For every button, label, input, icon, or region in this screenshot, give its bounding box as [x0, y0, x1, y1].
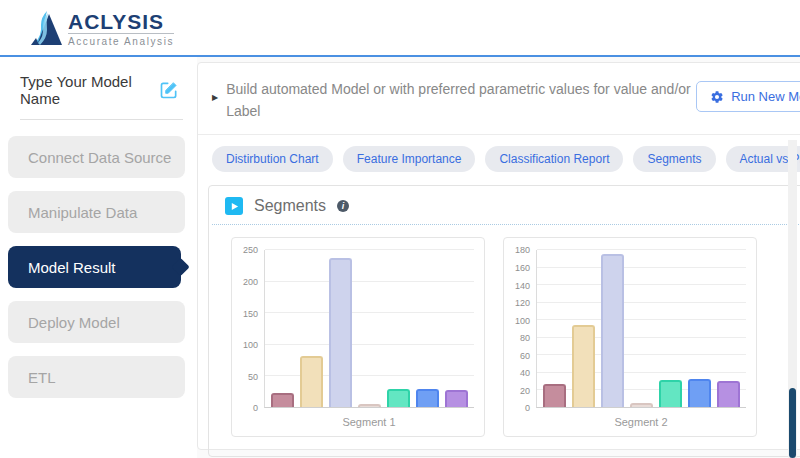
main-region: ▶ Build automated Model or with preferre… — [197, 57, 800, 458]
sidebar-item-etl[interactable]: ETL — [8, 356, 185, 398]
y-tick-label: 50 — [248, 372, 258, 382]
bar-value-33 — [688, 379, 711, 408]
sidebar-nav: Connect Data SourceManipulate DataModel … — [0, 136, 197, 398]
sidebar-item-connect-data-source[interactable]: Connect Data Source — [8, 136, 185, 178]
y-tick-label: 180 — [515, 245, 530, 255]
play-icon[interactable] — [225, 197, 243, 215]
sidebar-item-label: Connect Data Source — [28, 149, 171, 166]
plot-area — [536, 250, 746, 408]
bar-value-176 — [601, 254, 624, 408]
chart-body: 020406080100120140160180 — [508, 250, 746, 408]
bar-value-82 — [300, 356, 323, 407]
plot-area — [264, 250, 474, 408]
app-title: ACLYSIS — [68, 12, 174, 32]
sidebar-item-deploy-model[interactable]: Deploy Model — [8, 301, 185, 343]
app-subtitle: Accurate Analysis — [68, 33, 174, 47]
charts-row: 050100150200250Segment 10204060801001201… — [209, 225, 800, 437]
y-tick-label: 80 — [520, 333, 530, 343]
caret-right-icon[interactable]: ▶ — [212, 93, 218, 102]
sidebar-item-label: Deploy Model — [28, 314, 120, 331]
sidebar-item-model-result[interactable]: Model Result — [8, 246, 181, 288]
bar-value-29 — [416, 389, 439, 407]
bar-value-30 — [717, 381, 740, 407]
sidebar-item-label: ETL — [28, 369, 56, 386]
y-tick-label: 60 — [520, 351, 530, 361]
gear-icon — [710, 90, 724, 104]
y-tick-label: 160 — [515, 263, 530, 273]
app-header: ACLYSIS Accurate Analysis — [0, 0, 800, 55]
sidebar-item-label: Model Result — [28, 259, 116, 276]
bar-chart-segment-1: 050100150200250Segment 1 — [231, 237, 485, 437]
tab-distirbution-chart[interactable]: Distirbution Chart — [212, 146, 333, 172]
sidebar-item-manipulate-data[interactable]: Manipulate Data — [8, 191, 185, 233]
intro-text: Build automated Model or with preferred … — [226, 79, 696, 122]
y-tick-label: 20 — [520, 386, 530, 396]
bar-value-94 — [572, 325, 595, 407]
bar-chart-segment-2: 020406080100120140160180Segment 2 — [503, 237, 757, 437]
tab-classification-report[interactable]: Classification Report — [485, 146, 623, 172]
segments-panel-title: Segments — [254, 197, 326, 215]
bars — [537, 250, 746, 407]
info-icon[interactable]: i — [337, 200, 349, 212]
y-axis: 050100150200250 — [236, 250, 264, 408]
segments-panel: Segments i 050100150200250Segment 102040… — [208, 185, 800, 457]
x-axis-label: Segment 2 — [508, 416, 746, 428]
y-tick-label: 150 — [243, 309, 258, 319]
bar-value-23 — [271, 393, 294, 407]
sidebar-divider — [20, 119, 183, 120]
bar-value-238 — [329, 258, 352, 407]
edit-icon[interactable] — [159, 80, 179, 100]
chart-body: 050100150200250 — [236, 250, 474, 408]
bar-value-30 — [387, 389, 410, 408]
scrollbar-track[interactable] — [788, 140, 797, 458]
bar-value-27 — [445, 390, 468, 407]
y-tick-label: 200 — [243, 277, 258, 287]
tab-feature-importance[interactable]: Feature Importance — [343, 146, 476, 172]
y-tick-label: 100 — [515, 316, 530, 326]
bars — [265, 250, 474, 407]
active-item-arrow — [171, 258, 189, 276]
model-name-row: Type Your Model Name — [0, 57, 197, 113]
y-tick-label: 0 — [525, 403, 530, 413]
y-tick-label: 0 — [253, 403, 258, 413]
logo-icon — [28, 9, 64, 47]
scrollbar-thumb[interactable] — [789, 388, 796, 458]
bar-value-5 — [630, 403, 653, 407]
intro-row: ▶ Build automated Model or with preferre… — [198, 63, 800, 134]
sidebar-item-label: Manipulate Data — [28, 204, 137, 221]
sidebar: Type Your Model Name Connect Data Source… — [0, 57, 197, 458]
y-tick-label: 100 — [243, 340, 258, 350]
model-name-label: Type Your Model Name — [20, 73, 159, 107]
run-new-model-label: Run New Model — [731, 89, 800, 104]
main-card: ▶ Build automated Model or with preferre… — [197, 62, 800, 450]
segments-panel-header: Segments i — [209, 186, 800, 224]
y-tick-label: 120 — [515, 298, 530, 308]
bar-value-31 — [659, 380, 682, 407]
y-axis: 020406080100120140160180 — [508, 250, 536, 408]
result-tabs: Distirbution ChartFeature ImportanceClas… — [198, 135, 800, 180]
logo: ACLYSIS Accurate Analysis — [28, 9, 174, 47]
y-tick-label: 140 — [515, 281, 530, 291]
y-tick-label: 250 — [243, 245, 258, 255]
bar-value-5 — [358, 404, 381, 407]
y-tick-label: 40 — [520, 368, 530, 378]
x-axis-label: Segment 1 — [236, 416, 474, 428]
tab-segments[interactable]: Segments — [633, 146, 715, 172]
bar-value-27 — [543, 384, 566, 408]
run-new-model-button[interactable]: Run New Model — [696, 81, 800, 112]
